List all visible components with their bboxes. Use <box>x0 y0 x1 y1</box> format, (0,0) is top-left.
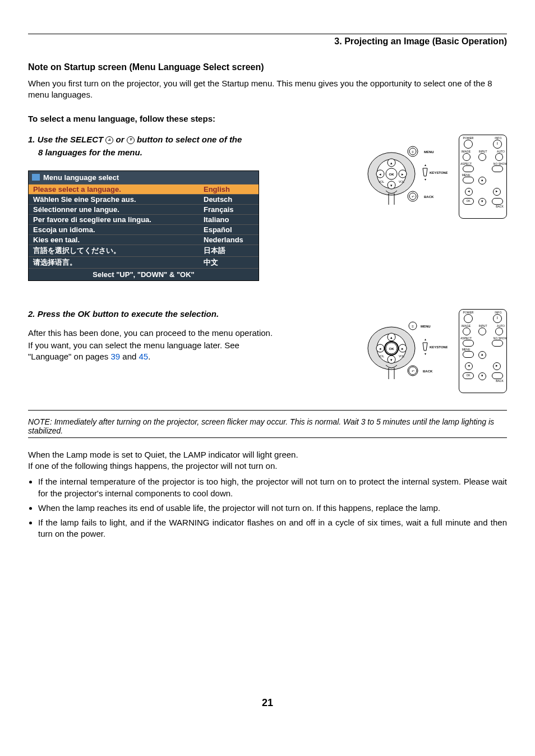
after-note-p2: If one of the following things happens, … <box>28 460 507 472</box>
step1-block: 1. Use the SELECT ▵ or ▿ button to selec… <box>28 135 507 281</box>
remote-up-btn: ▴ <box>478 177 486 185</box>
step1-line2: 8 languages for the menu. <box>28 147 280 157</box>
down-select-icon: ▿ <box>127 136 135 144</box>
language-prompt: 言語を選択してください。 <box>33 246 204 256</box>
page: 3. Projecting an Image (Basic Operation)… <box>0 0 535 731</box>
page-number: 21 <box>28 697 507 709</box>
remote-power-label: POWER <box>463 136 474 140</box>
remote2-info-label: INFO. <box>493 311 504 314</box>
keystone-label: KEYSTONE <box>430 171 448 174</box>
language-select-title-row: Menu language select <box>29 171 259 184</box>
language-name: English <box>204 185 254 193</box>
ok-label: OK <box>389 173 395 176</box>
svg-text:▸: ▸ <box>402 347 404 351</box>
control-panel-diagram-2: OK ▴ ▾ ◂ ▸ VOL VOL ≡ MENU ▴ ▾ KEYSTONE <box>358 309 448 388</box>
svg-text:▾: ▾ <box>390 358 393 362</box>
svg-text:MENU: MENU <box>421 325 431 328</box>
after-p2: If you want, you can select the menu lan… <box>28 340 280 363</box>
remote-power-btn <box>464 140 473 149</box>
remote-image-btn <box>463 153 471 161</box>
remote-right-btn: ▸ <box>493 188 501 196</box>
remote-left-btn: ◂ <box>465 188 473 196</box>
remote-image-label: IMAGE <box>460 150 472 153</box>
remote-back-label: BACK <box>494 205 505 208</box>
language-row: Escoja un idioma.Español <box>29 224 259 234</box>
svg-text:▾: ▾ <box>425 178 426 181</box>
language-name: Español <box>204 225 254 234</box>
steps-intro: To select a menu language, follow these … <box>28 113 507 125</box>
svg-text:▴: ▴ <box>425 338 426 341</box>
remote2-right-btn: ▸ <box>493 362 501 370</box>
language-prompt: Kies een taal. <box>33 236 204 244</box>
remote-noshow-btn <box>492 165 503 172</box>
remote2-info-btn: i <box>493 314 502 323</box>
language-name: 中文 <box>204 257 254 268</box>
note-text: NOTE: Immediately after turning on the p… <box>28 417 507 435</box>
language-name: 日本語 <box>204 246 254 256</box>
language-row: Sélectionner une langue.Français <box>29 204 259 214</box>
bullet-item: If the lamp fails to light, and if the W… <box>38 517 507 540</box>
svg-text:▴: ▴ <box>390 161 393 165</box>
remote2-image-label: IMAGE <box>460 324 472 328</box>
remote2-autopc-btn <box>495 328 503 335</box>
rule-top <box>28 34 507 34</box>
remote2-back-label: BACK <box>494 379 505 382</box>
section-header: 3. Projecting an Image (Basic Operation) <box>28 36 507 47</box>
remote-info-btn: i <box>493 140 502 149</box>
svg-text:≡: ≡ <box>412 150 414 154</box>
control-panel-diagram-1: OK ▴ ▾ ◂ ▸ VOL VOL ≡ MENU ▴ ▾ <box>358 135 448 213</box>
remote2-noshow-btn <box>492 340 503 347</box>
language-name: Français <box>204 205 254 214</box>
remote2-ok-btn: OK <box>463 372 474 379</box>
rule-note-bottom <box>28 437 507 438</box>
remote2-up-btn: ▴ <box>478 351 486 359</box>
svg-text:▴: ▴ <box>390 335 393 339</box>
svg-text:↶: ↶ <box>412 195 414 199</box>
after-end: . <box>148 352 150 361</box>
remote-ok-btn: OK <box>463 198 474 205</box>
bullet-item: When the lamp reaches its end of usable … <box>38 503 507 514</box>
rule-note-top <box>28 410 507 411</box>
language-select-box: Menu language select Please select a lan… <box>28 170 259 281</box>
remote-diagram-1: POWER INFO. i IMAGE INPUT AUTO PC ASPECT… <box>459 135 507 219</box>
remote-menu-label: MENU <box>460 173 472 177</box>
language-prompt: Wählen Sie eine Sprache aus. <box>33 195 204 204</box>
svg-text:VOL: VOL <box>379 354 384 358</box>
remote2-left-btn: ◂ <box>465 362 473 370</box>
step1-right: OK ▴ ▾ ◂ ▸ VOL VOL ≡ MENU ▴ ▾ <box>292 135 507 281</box>
remote-back-btn <box>492 198 503 205</box>
language-name: Italiano <box>204 215 254 224</box>
language-prompt: Please select a language. <box>33 185 204 193</box>
remote2-image-btn <box>463 328 471 335</box>
step1-text-mid: or <box>113 135 126 144</box>
language-row: 言語を選択してください。日本語 <box>29 245 259 256</box>
language-prompt: Per favore di scegliere una lingua. <box>33 215 204 224</box>
remote2-input-btn <box>478 328 486 335</box>
link-45[interactable]: 45 <box>139 352 149 361</box>
svg-text:VOL: VOL <box>379 180 384 183</box>
svg-text:VOL: VOL <box>399 354 404 358</box>
remote-aspect-btn <box>463 165 474 172</box>
svg-text:VOL: VOL <box>399 180 404 183</box>
menu-label: MENU <box>424 150 434 154</box>
language-row: Kies een taal.Nederlands <box>29 234 259 245</box>
remote2-aspect-btn <box>463 340 474 347</box>
language-name: Deutsch <box>204 195 254 204</box>
remote-autopc-btn <box>495 153 503 161</box>
step2-line: 2. Press the OK button to execute the se… <box>28 309 280 319</box>
remote2-power-btn <box>464 314 473 323</box>
language-row: Wählen Sie eine Sprache aus.Deutsch <box>29 194 259 204</box>
remote2-input-label: INPUT <box>477 324 488 328</box>
remote2-aspect-label: ASPECT <box>460 336 472 340</box>
remote2-back-btn <box>492 372 503 379</box>
svg-text:▾: ▾ <box>390 183 393 187</box>
svg-text:↶: ↶ <box>412 370 414 373</box>
intro-text: When you first turn on the projector, yo… <box>28 78 507 101</box>
language-select-title: Menu language select <box>43 173 119 182</box>
bullet-list: If the internal temperature of the proje… <box>28 476 507 540</box>
remote-aspect-label: ASPECT <box>460 162 472 165</box>
step1-text-a: 1. Use the SELECT <box>28 135 105 144</box>
language-row: Please select a language.English <box>29 184 259 194</box>
after-p1: After this has been done, you can procee… <box>28 328 280 339</box>
link-39[interactable]: 39 <box>110 352 120 361</box>
